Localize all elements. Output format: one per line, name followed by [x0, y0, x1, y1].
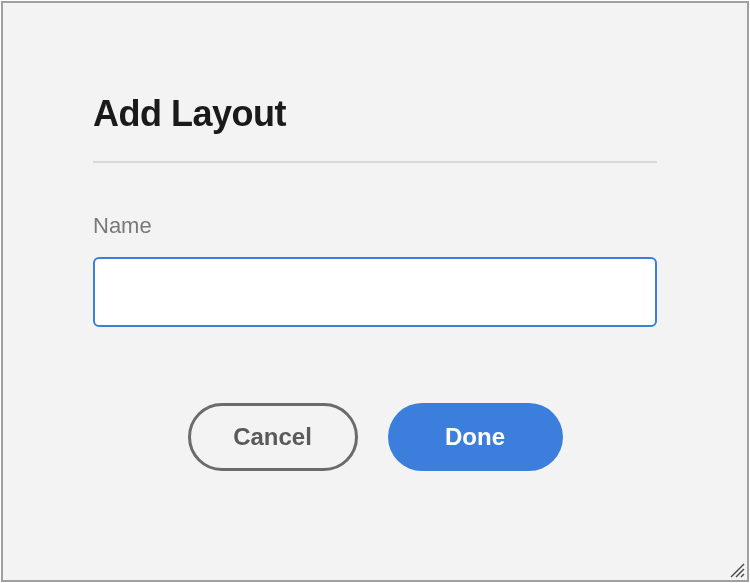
name-input[interactable]: [93, 257, 657, 327]
button-row: Cancel Done: [93, 403, 657, 471]
dialog-content: Add Layout Name Cancel Done: [3, 3, 747, 471]
cancel-button[interactable]: Cancel: [188, 403, 358, 471]
name-label: Name: [93, 213, 657, 239]
add-layout-dialog: Add Layout Name Cancel Done: [1, 1, 749, 582]
resize-grip-icon[interactable]: [727, 560, 745, 578]
dialog-title: Add Layout: [93, 93, 657, 135]
done-button[interactable]: Done: [388, 403, 563, 471]
svg-line-2: [741, 574, 744, 577]
divider: [93, 161, 657, 163]
